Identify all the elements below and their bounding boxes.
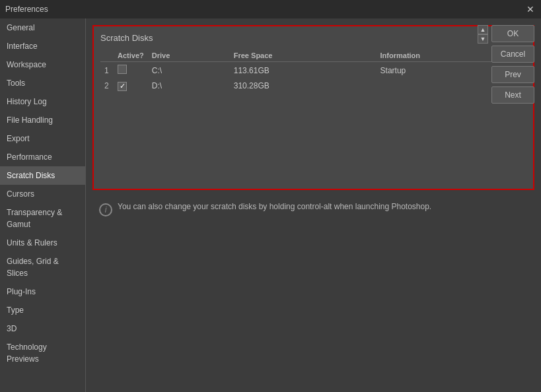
prev-button[interactable]: Prev	[491, 66, 534, 83]
sidebar-item-scratch-disks[interactable]: Scratch Disks	[0, 166, 85, 185]
main-area: Scratch Disks Active? Drive Free Space I…	[86, 18, 541, 392]
drive-cell: D:\	[148, 79, 230, 94]
sidebar-item-type[interactable]: Type	[0, 301, 85, 319]
info-text: You can also change your scratch disks b…	[118, 202, 431, 211]
scroll-up-arrow[interactable]: ▲	[478, 25, 488, 34]
checkbox-checked[interactable]: ✓	[118, 82, 127, 91]
free-space-cell: 310.28GB	[230, 79, 377, 94]
sidebar-item-performance[interactable]: Performance	[0, 148, 85, 166]
sidebar-item-tools[interactable]: Tools	[0, 74, 85, 92]
cancel-button[interactable]: Cancel	[491, 46, 534, 63]
sidebar-item-interface[interactable]: Interface	[0, 37, 85, 55]
row-number: 1	[100, 62, 114, 79]
info-row: i You can also change your scratch disks…	[92, 197, 534, 222]
scroll-arrows: ▲ ▼	[478, 25, 488, 44]
sidebar-item-units---rulers[interactable]: Units & Rulers	[0, 234, 85, 252]
close-button[interactable]: ✕	[525, 4, 536, 15]
sidebar-item-workspace[interactable]: Workspace	[0, 55, 85, 74]
preferences-window: Preferences ✕ GeneralInterfaceWorkspaceT…	[0, 0, 541, 392]
col-drive: Drive	[148, 49, 230, 62]
table-row: 1C:\113.61GBStartup	[100, 62, 526, 79]
next-button[interactable]: Next	[491, 86, 534, 104]
checkbox-cell[interactable]: ✓	[114, 79, 148, 94]
sidebar-item-history-log[interactable]: History Log	[0, 92, 85, 111]
free-space-cell: 113.61GB	[230, 62, 377, 79]
checkbox-cell[interactable]	[114, 62, 148, 79]
table-row: 2✓D:\310.28GB	[100, 79, 526, 94]
scroll-down-arrow[interactable]: ▼	[478, 34, 488, 44]
col-active: Active?	[114, 49, 148, 62]
info-icon: i	[99, 203, 112, 216]
sidebar-item-guides--grid---slices[interactable]: Guides, Grid & Slices	[0, 252, 85, 282]
sidebar-item-3d[interactable]: 3D	[0, 319, 85, 338]
sidebar-item-cursors[interactable]: Cursors	[0, 185, 85, 203]
row-number: 2	[100, 79, 114, 94]
sidebar-item-transparency---gamut[interactable]: Transparency & Gamut	[0, 203, 85, 234]
col-free-space: Free Space	[230, 49, 377, 62]
sidebar-item-plug-ins[interactable]: Plug-Ins	[0, 282, 85, 301]
scratch-disks-panel: Scratch Disks Active? Drive Free Space I…	[92, 25, 534, 190]
drive-cell: C:\	[148, 62, 230, 79]
checkbox-unchecked[interactable]	[118, 65, 127, 74]
sidebar: GeneralInterfaceWorkspaceToolsHistory Lo…	[0, 18, 86, 392]
buttons-area: OK Cancel Prev Next	[491, 25, 534, 104]
ok-button[interactable]: OK	[491, 25, 534, 42]
content-area: GeneralInterfaceWorkspaceToolsHistory Lo…	[0, 18, 541, 392]
window-title: Preferences	[5, 5, 48, 14]
sidebar-item-export[interactable]: Export	[0, 129, 85, 148]
sidebar-item-technology-previews[interactable]: Technology Previews	[0, 338, 85, 368]
title-bar: Preferences ✕	[0, 0, 541, 18]
col-num	[100, 49, 114, 62]
sidebar-item-general[interactable]: General	[0, 18, 85, 37]
sidebar-item-file-handling[interactable]: File Handling	[0, 111, 85, 129]
panel-title: Scratch Disks	[100, 33, 526, 43]
disk-table: Active? Drive Free Space Information 1C:…	[100, 49, 526, 94]
